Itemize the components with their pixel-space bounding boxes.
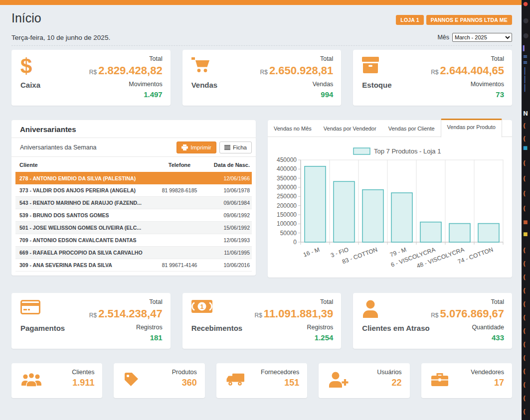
user-plus-icon (329, 372, 349, 390)
tab-vendas-por-vendedor[interactable]: Vendas por Vendedor (318, 120, 382, 137)
card-title: Vendas (191, 81, 218, 89)
birthday-row[interactable]: 501 - JOSE WELISSON GOMES OLIVEIRA (ELC.… (15, 222, 252, 234)
client-cell: 543 - RENATO MARINHO DE ARAUJO (FAZEND..… (15, 200, 149, 206)
birthdate-cell: 09/06/1992 (210, 212, 252, 218)
total-label: Total (149, 298, 162, 305)
birthdays-title: Aniversariantes (11, 120, 256, 138)
tile-label: Fornecedores (261, 369, 299, 376)
tile-value: 1.911 (72, 378, 94, 388)
svg-text:150000: 150000 (277, 211, 297, 218)
count-label: Registros (307, 324, 334, 331)
sales-by-product-chart: Top 7 Produtos - Loja 105000010000015000… (268, 137, 512, 278)
client-cell: 373 - VALDIR DOS ANJOS PEREIRA (ANGELA) (15, 187, 149, 193)
tab-vendas-por-produto[interactable]: Vendas por Produto (441, 119, 502, 138)
count-value: 73 (496, 90, 504, 99)
clientes-atraso-card: Clientes em Atraso Total R$5.076.869,67 … (353, 293, 512, 349)
tile-value: 22 (392, 378, 402, 388)
total-value: R$2.650.928,81 (260, 64, 334, 77)
estoque-card: Estoque Total R$2.644.404,65 Movimentos … (353, 50, 512, 106)
total-value: R$2.514.238,47 (89, 307, 163, 320)
birthdate-cell: 12/06/1993 (210, 237, 252, 243)
vendedores-tile: Vendedores 17 (421, 363, 512, 398)
person-icon (362, 300, 379, 320)
client-cell: 539 - BRUNO DOS SANTOS GOMES (15, 212, 149, 218)
dollar-icon: $ (20, 57, 32, 76)
svg-text:16 - M: 16 - M (302, 246, 321, 259)
count-value: 1.254 (315, 333, 334, 342)
truck-icon (226, 374, 244, 388)
svg-text:100000: 100000 (277, 220, 297, 227)
card-title: Clientes em Atraso (362, 324, 429, 332)
card-title: Estoque (362, 81, 391, 89)
count-label: Movimentos (129, 81, 162, 88)
print-button[interactable]: Imprimir (177, 141, 216, 153)
briefcase-icon (431, 373, 448, 389)
tile-label: Vendedores (471, 369, 504, 376)
vendas-card: Vendas Total R$2.650.928,81 Vendas 994 (182, 50, 342, 106)
total-label: Total (149, 55, 162, 62)
birthday-row[interactable]: 543 - RENATO MARINHO DE ARAUJO (FAZEND..… (15, 197, 252, 209)
birthday-row[interactable]: 669 - RAFAELA PROCOPIO DA SILVA CARVALHO… (15, 247, 252, 259)
svg-text:50000: 50000 (280, 230, 297, 237)
birthday-row[interactable]: 373 - VALDIR DOS ANJOS PEREIRA (ANGELA)8… (15, 184, 252, 197)
svg-text:300000: 300000 (277, 184, 297, 191)
client-cell: 278 - ANTONIO EMIDIO DA SILVA (PALESTINA… (15, 175, 149, 181)
tab-vendas-por-cliente[interactable]: Vendas por Cliente (382, 120, 441, 137)
svg-text:350000: 350000 (277, 175, 297, 182)
sales-panel: Vendas no MêsVendas por VendedorVendas p… (268, 120, 512, 278)
svg-text:250000: 250000 (277, 193, 297, 200)
ficha-button[interactable]: Ficha (219, 141, 252, 153)
company-badge[interactable]: PANNOS E PANNOS LTDA ME (426, 15, 512, 25)
phone-cell: 81 99828-6185 (149, 187, 210, 193)
edge-app-strip: ●●●▍≡≡│││N((■((((■■((((((((((((( (522, 0, 530, 420)
month-select[interactable]: March - 2025 (452, 33, 512, 42)
count-label: Vendas (313, 81, 334, 88)
total-label: Total (491, 298, 504, 305)
birthdate-cell: 11/06/1995 (210, 250, 252, 256)
birthday-row[interactable]: 709 - ANTONIO EDSON CAVALCANTE DANTAS12/… (15, 234, 252, 247)
svg-text:Top 7 Produtos - Loja 1: Top 7 Produtos - Loja 1 (374, 147, 441, 155)
store-badge[interactable]: LOJA 1 (396, 15, 424, 25)
credit-card-icon (20, 300, 40, 316)
list-icon (224, 145, 230, 150)
count-label: Movimentos (471, 81, 504, 88)
banknote-icon: 1 (191, 300, 212, 315)
total-value: R$5.076.869,67 (431, 307, 504, 320)
cart-icon (191, 57, 210, 75)
birthdate-cell: 15/06/1992 (210, 225, 252, 231)
month-select-label: Mês (437, 34, 449, 41)
header-divider (11, 45, 512, 46)
birthdays-subtitle: Aniversariantes da Semana (20, 144, 177, 151)
tag-icon (124, 372, 139, 389)
tab-vendas-no-mês[interactable]: Vendas no Mês (268, 120, 318, 137)
svg-text:450000: 450000 (277, 156, 297, 163)
svg-text:1: 1 (200, 303, 203, 310)
current-date: Terça-feira, 10 de junho de 2025. (11, 34, 110, 41)
tile-label: Usuários (377, 369, 401, 376)
produtos-tile: Produtos 360 (114, 363, 204, 398)
count-value: 181 (150, 333, 163, 342)
table-header: Cliente Telefone Data de Nasc. (15, 157, 252, 172)
client-cell: 501 - JOSE WELISSON GOMES OLIVEIRA (ELC.… (15, 225, 149, 231)
pagamentos-card: Pagamentos Total R$2.514.238,47 Registro… (11, 293, 171, 349)
box-icon (362, 57, 379, 76)
tile-value: 360 (182, 378, 197, 388)
client-cell: 709 - ANTONIO EDSON CAVALCANTE DANTAS (15, 237, 149, 243)
tile-label: Produtos (172, 369, 197, 376)
birthday-row[interactable]: 278 - ANTONIO EMIDIO DA SILVA (PALESTINA… (15, 172, 252, 184)
tile-value: 151 (284, 378, 299, 388)
total-label: Total (320, 55, 333, 62)
birthdate-cell: 10/06/2016 (210, 262, 252, 268)
recebimentos-card: 1 Recebimentos Total R$11.091.881,39 Reg… (182, 293, 342, 349)
card-title: Caixa (20, 81, 40, 89)
total-value: R$11.091.881,39 (255, 307, 334, 320)
caixa-card: $ Caixa Total R$2.829.428,82 Movimentos … (11, 50, 171, 106)
birthday-row[interactable]: 309 - ANA SEVERINA PAES DA SILVA81 99671… (15, 259, 252, 272)
phone-cell: 81 99671-4146 (149, 262, 210, 268)
svg-text:0: 0 (293, 239, 297, 246)
birthdays-panel: Aniversariantes Aniversariantes da Seman… (11, 120, 256, 276)
tile-value: 17 (494, 378, 504, 388)
birthday-row[interactable]: 539 - BRUNO DOS SANTOS GOMES09/06/1992 (15, 209, 252, 222)
top-accent-bar (0, 0, 522, 5)
sales-tabs: Vendas no MêsVendas por VendedorVendas p… (268, 120, 512, 137)
